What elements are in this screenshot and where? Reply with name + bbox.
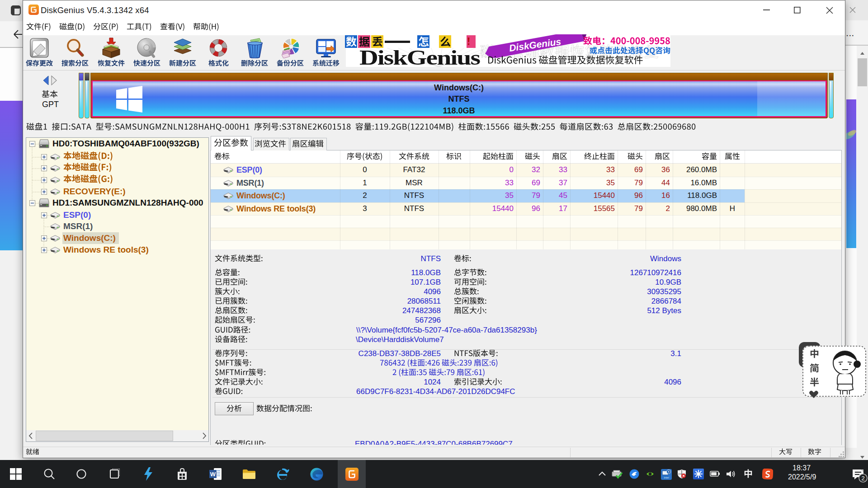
svg-text:W: W bbox=[210, 471, 216, 478]
svg-text:intel: intel bbox=[664, 476, 669, 479]
svg-text:2: 2 bbox=[861, 475, 864, 482]
